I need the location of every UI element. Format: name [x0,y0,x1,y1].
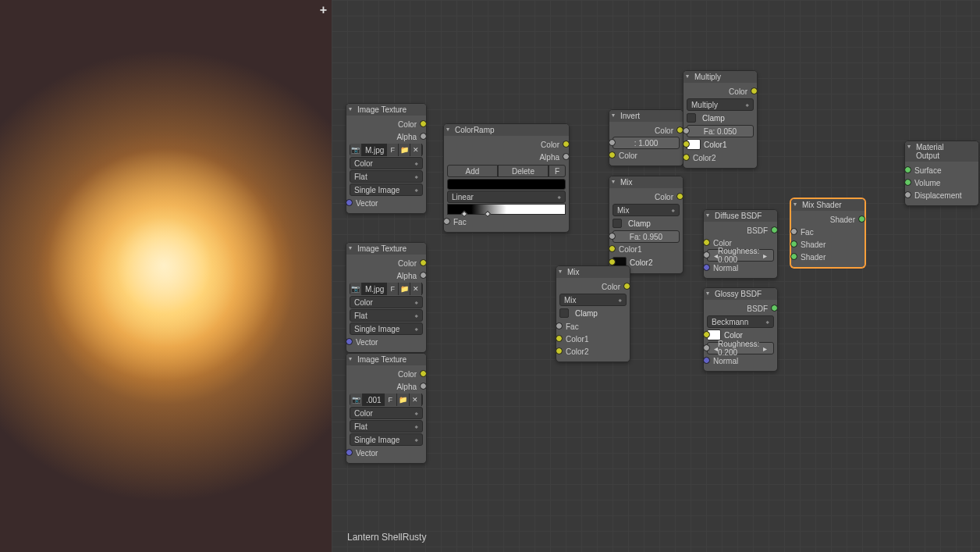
browse-icon[interactable]: 📷 [350,394,363,406]
blend-dropdown[interactable]: Mix [612,204,680,216]
fac-field[interactable]: Fa: 0.950 [612,230,680,243]
input-normal: Normal [713,357,738,365]
node-title[interactable]: Multiply [684,71,757,83]
input-color: Color [724,331,743,340]
node-image-texture-2[interactable]: Image Texture Color Alpha 📷 M.jpg F 📁 ✕ … [346,242,427,353]
browse-icon[interactable]: 📷 [350,283,362,295]
node-title[interactable]: Material Output [905,141,978,162]
node-title[interactable]: Image Texture [346,354,426,365]
output-color: Color [655,193,673,201]
output-bsdf: BSDF [747,226,768,235]
projection-dropdown[interactable]: Flat [350,170,423,183]
delete-stop-button[interactable]: Delete [498,165,549,177]
output-color: Color [398,370,417,379]
add-stop-button[interactable]: Add [447,165,498,177]
clamp-checkbox[interactable] [559,308,569,318]
node-mix-shader[interactable]: Mix Shader Shader Fac Shader Shader [790,198,865,268]
colorspace-dropdown[interactable]: Color [350,407,423,419]
node-mix-rgb-2[interactable]: Mix Color Mix Clamp Fac Color1 Color2 [556,265,630,362]
node-title[interactable]: Mix [609,176,683,188]
fac-field[interactable]: : 1.000 [612,137,680,149]
fake-user-button[interactable]: F [387,283,399,295]
color-ramp-gradient[interactable] [447,204,566,215]
open-icon[interactable]: 📁 [399,144,410,156]
input-color1: Color1 [566,335,588,344]
output-color: Color [398,259,417,268]
clamp-label: Clamp [575,309,598,318]
node-editor[interactable]: Image Texture Color Alpha 📷 M.jpg F 📁 ✕ … [332,0,980,552]
input-shader1: Shader [801,240,826,249]
output-color: Color [602,283,620,291]
node-title[interactable]: ColorRamp [444,124,569,136]
input-color1: Color1 [619,245,641,254]
node-image-texture-3[interactable]: Image Texture Color Alpha 📷 .001 F 📁 ✕ C… [346,353,427,464]
node-title[interactable]: Image Texture [346,243,426,255]
image-selector[interactable]: 📷 M.jpg F 📁 ✕ [350,283,423,295]
fake-user-button[interactable]: F [385,394,397,406]
open-icon[interactable]: 📁 [399,283,410,295]
unlink-icon[interactable]: ✕ [410,144,422,156]
input-surface: Surface [914,166,941,175]
expand-icon[interactable]: + [320,3,327,17]
frame-dropdown[interactable]: Single Image [350,322,423,335]
node-invert[interactable]: Invert Color : 1.000 Color [609,109,684,166]
output-color: Color [398,120,417,129]
node-title[interactable]: Mix [556,266,630,278]
image-selector[interactable]: 📷 .001 F 📁 ✕ [350,394,423,406]
output-color: Color [655,126,673,135]
filename[interactable]: .001 [363,394,384,406]
node-title[interactable]: Diffuse BSDF [704,210,777,222]
clamp-checkbox[interactable] [612,219,622,228]
input-normal: Normal [713,264,738,272]
roughness-field[interactable]: ◂Roughness: 0.200▸ [707,342,774,354]
frame-dropdown[interactable]: Single Image [350,183,423,196]
node-title[interactable]: Image Texture [346,104,426,116]
node-glossy-bsdf[interactable]: Glossy BSDF BSDF Beckmann Color ◂Roughne… [703,287,778,372]
image-selector[interactable]: 📷 M.jpg F 📁 ✕ [350,144,423,156]
input-color1: Color1 [704,141,726,149]
node-wires [332,0,566,117]
unlink-icon[interactable]: ✕ [410,394,422,406]
projection-dropdown[interactable]: Flat [350,309,423,322]
flip-button[interactable]: F [549,165,566,177]
ramp-color-swatch[interactable] [447,179,566,190]
input-color2: Color2 [630,258,652,267]
clamp-checkbox[interactable] [687,113,696,123]
interpolation-dropdown[interactable]: Linear [447,191,566,203]
render-preview: + [0,0,332,552]
frame-dropdown[interactable]: Single Image [350,433,423,446]
fake-user-button[interactable]: F [387,144,399,156]
input-fac: Fac [801,228,814,237]
node-title[interactable]: Invert [609,110,683,122]
material-name-label: Lantern ShellRusty [347,532,426,543]
node-color-ramp[interactable]: ColorRamp Color Alpha Add Delete F Linea… [443,123,570,233]
projection-dropdown[interactable]: Flat [350,420,423,433]
output-alpha: Alpha [396,383,417,391]
distribution-dropdown[interactable]: Beckmann [707,315,774,328]
browse-icon[interactable]: 📷 [350,144,362,156]
filename[interactable]: M.jpg [362,144,387,156]
node-multiply[interactable]: Multiply Color Multiply Clamp Fa: 0.050 … [683,70,758,169]
node-title[interactable]: Glossy BSDF [704,288,777,300]
open-icon[interactable]: 📁 [397,394,410,406]
blend-dropdown[interactable]: Multiply [687,98,754,111]
blend-dropdown[interactable]: Mix [559,294,627,306]
node-diffuse-bsdf[interactable]: Diffuse BSDF BSDF Color ◂Roughness: 0.00… [703,209,778,279]
input-displacement: Displacement [914,191,962,200]
input-color: Color [619,151,637,160]
node-title[interactable]: Mix Shader [791,199,865,211]
roughness-field[interactable]: ◂Roughness: 0.000▸ [707,249,774,262]
input-volume: Volume [914,179,940,187]
output-bsdf: BSDF [747,304,768,313]
input-vector: Vector [356,199,378,208]
node-mix-rgb-1[interactable]: Mix Color Mix Clamp Fa: 0.950 Color1 Col… [609,176,684,274]
colorspace-dropdown[interactable]: Color [350,296,423,308]
fac-field[interactable]: Fa: 0.050 [687,125,754,137]
colorspace-dropdown[interactable]: Color [350,157,423,169]
unlink-icon[interactable]: ✕ [410,283,422,295]
input-color2: Color2 [566,347,588,356]
output-alpha: Alpha [539,153,559,162]
node-image-texture-1[interactable]: Image Texture Color Alpha 📷 M.jpg F 📁 ✕ … [346,103,427,214]
node-material-output[interactable]: Material Output Surface Volume Displacem… [904,141,979,206]
filename[interactable]: M.jpg [362,283,387,295]
